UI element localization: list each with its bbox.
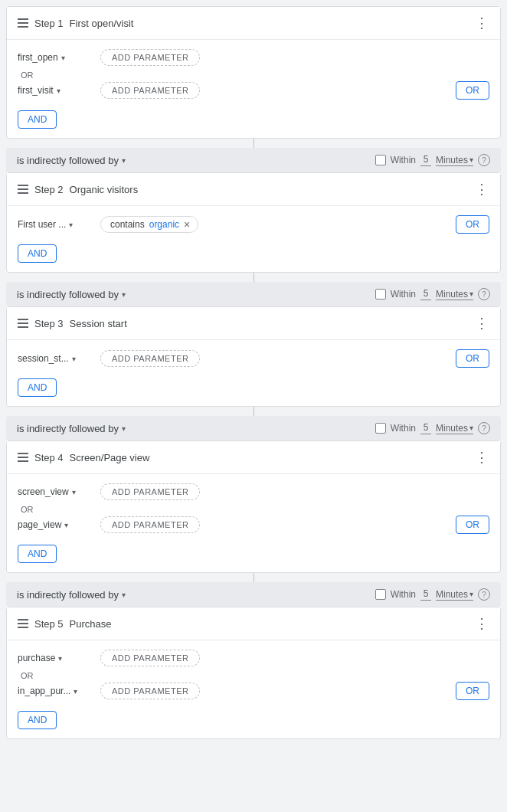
connector-1: is indirectly followed by ▾ Within 5 Min… xyxy=(6,148,501,172)
step-5-or-label: OR xyxy=(18,671,489,680)
drag-handle-icon[interactable] xyxy=(18,18,28,28)
drag-handle-icon-5[interactable] xyxy=(18,619,28,628)
step-2-header: Step 2 Organic visitors ⋮ xyxy=(7,173,500,206)
step-4-event-2-name: page_view xyxy=(18,519,61,530)
drag-handle-icon-2[interactable] xyxy=(18,185,28,194)
step-card-3: Step 3 Session start ⋮ session_st... ▾ A… xyxy=(6,306,501,407)
step-4-add-param-2[interactable]: ADD PARAMETER xyxy=(100,516,200,533)
step-2-number: Step 2 xyxy=(34,184,64,195)
step-card-2: Step 2 Organic visitors ⋮ First user ...… xyxy=(6,172,501,273)
vertical-line-2 xyxy=(254,273,254,282)
step-5-and-button[interactable]: AND xyxy=(18,711,57,729)
step-3-more-icon[interactable]: ⋮ xyxy=(475,315,489,332)
connector-3-select[interactable]: is indirectly followed by ▾ xyxy=(17,423,126,434)
step-4-or-button[interactable]: OR xyxy=(456,516,489,534)
drag-handle-icon-4[interactable] xyxy=(18,453,28,462)
connector-3-arrow: ▾ xyxy=(122,424,126,433)
step-3-event-1-arrow: ▾ xyxy=(72,355,76,363)
step-2-tag-close[interactable]: × xyxy=(184,219,190,230)
connector-1-unit-arrow: ▾ xyxy=(469,156,473,164)
step-4-event-row-1: screen_view ▾ ADD PARAMETER xyxy=(18,483,489,500)
step-5-add-param-2[interactable]: ADD PARAMETER xyxy=(100,683,200,699)
step-1-event-1-select[interactable]: first_open ▾ xyxy=(18,52,94,63)
connector-3-help-icon[interactable]: ? xyxy=(478,422,490,434)
step-2-or-button[interactable]: OR xyxy=(456,215,489,234)
step-2-title: Organic visitors xyxy=(70,184,139,195)
connector-4-within-checkbox[interactable] xyxy=(375,589,386,600)
step-3-event-1-select[interactable]: session_st... ▾ xyxy=(18,353,94,364)
connector-1-unit-text: Minutes xyxy=(436,155,468,165)
connector-2-within-checkbox[interactable] xyxy=(375,289,386,300)
step-4-event-1-select[interactable]: screen_view ▾ xyxy=(18,486,94,497)
step-3-add-param-1[interactable]: ADD PARAMETER xyxy=(100,350,200,367)
drag-handle-icon-3[interactable] xyxy=(18,319,28,328)
connector-3-within-number: 5 xyxy=(420,422,431,434)
connector-1-within-checkbox[interactable] xyxy=(375,155,386,165)
step-4-event-2-arrow: ▾ xyxy=(64,521,68,529)
step-2-and-button[interactable]: AND xyxy=(18,244,57,263)
step-3-title: Session start xyxy=(70,318,127,329)
step-4-or-label: OR xyxy=(18,505,489,514)
step-2-more-icon[interactable]: ⋮ xyxy=(475,181,489,198)
step-1-event-2-select[interactable]: first_visit ▾ xyxy=(18,85,94,96)
step-3-event-row-1: session_st... ▾ ADD PARAMETER OR xyxy=(18,349,489,368)
connector-4-within-number: 5 xyxy=(420,588,431,601)
connector-4-within-unit[interactable]: Minutes ▾ xyxy=(436,589,473,601)
connector-3: is indirectly followed by ▾ Within 5 Min… xyxy=(6,416,501,440)
step-card-4: Step 4 Screen/Page view ⋮ screen_view ▾ … xyxy=(6,440,501,573)
connector-3-within-unit[interactable]: Minutes ▾ xyxy=(436,423,473,434)
step-4-and-button[interactable]: AND xyxy=(18,545,57,563)
step-1-add-param-1[interactable]: ADD PARAMETER xyxy=(100,49,200,66)
step-2-contains-keyword: organic xyxy=(149,219,179,230)
vertical-line-3 xyxy=(254,407,254,416)
step-4-header: Step 4 Screen/Page view ⋮ xyxy=(7,441,500,474)
step-1-event-1-name: first_open xyxy=(18,52,58,63)
step-4-number: Step 4 xyxy=(34,452,64,463)
step-1-and-button[interactable]: AND xyxy=(18,110,57,129)
connector-1-select[interactable]: is indirectly followed by ▾ xyxy=(17,155,126,166)
step-1-event-2-arrow: ▾ xyxy=(57,87,61,95)
connector-1-label: is indirectly followed by xyxy=(17,155,119,166)
connector-2-select[interactable]: is indirectly followed by ▾ xyxy=(17,289,126,300)
connector-3-within: Within 5 Minutes ▾ ? xyxy=(375,422,490,434)
connector-4-help-icon[interactable]: ? xyxy=(478,588,490,601)
step-4-add-param-1[interactable]: ADD PARAMETER xyxy=(100,483,200,500)
connector-4-select[interactable]: is indirectly followed by ▾ xyxy=(17,589,126,601)
step-2-event-1-select[interactable]: First user ... ▾ xyxy=(18,219,94,230)
step-2-body: First user ... ▾ contains organic × OR A… xyxy=(7,206,500,272)
step-5-add-param-1[interactable]: ADD PARAMETER xyxy=(100,650,200,666)
connector-1-within: Within 5 Minutes ▾ ? xyxy=(375,154,490,166)
connector-3-unit-text: Minutes xyxy=(436,423,468,434)
connector-2-help-icon[interactable]: ? xyxy=(478,288,490,300)
step-3-header: Step 3 Session start ⋮ xyxy=(7,307,500,340)
step-3-and-button[interactable]: AND xyxy=(18,378,57,397)
step-1-add-param-2[interactable]: ADD PARAMETER xyxy=(100,82,200,99)
step-4-event-2-select[interactable]: page_view ▾ xyxy=(18,519,94,530)
connector-1-within-unit[interactable]: Minutes ▾ xyxy=(436,155,473,166)
connector-2-within-unit[interactable]: Minutes ▾ xyxy=(436,289,473,300)
step-5-or-button[interactable]: OR xyxy=(456,682,489,700)
step-1-header: Step 1 First open/visit ⋮ xyxy=(7,7,500,40)
step-1-or-label: OR xyxy=(18,70,489,80)
connector-1-within-label: Within xyxy=(391,155,416,165)
connector-2-within-label: Within xyxy=(391,289,416,300)
step-5-event-1-name: purchase xyxy=(18,653,55,663)
step-1-more-icon[interactable]: ⋮ xyxy=(475,15,489,31)
step-5-event-2-name: in_app_pur... xyxy=(18,686,70,696)
step-3-body: session_st... ▾ ADD PARAMETER OR AND xyxy=(7,340,500,406)
connector-1-help-icon[interactable]: ? xyxy=(478,154,490,166)
step-4-more-icon[interactable]: ⋮ xyxy=(475,449,489,466)
connector-3-within-checkbox[interactable] xyxy=(375,423,386,434)
connector-4-label: is indirectly followed by xyxy=(17,589,119,601)
step-4-title: Screen/Page view xyxy=(70,452,150,463)
connector-4-within: Within 5 Minutes ▾ ? xyxy=(375,588,490,601)
step-5-more-icon[interactable]: ⋮ xyxy=(475,615,489,632)
connector-vertical-3 xyxy=(6,407,501,416)
step-1-title: First open/visit xyxy=(70,18,134,29)
step-3-or-button[interactable]: OR xyxy=(456,349,489,368)
step-5-event-1-select[interactable]: purchase ▾ xyxy=(18,653,94,663)
connector-2-arrow: ▾ xyxy=(122,290,126,299)
step-5-event-2-select[interactable]: in_app_pur... ▾ xyxy=(18,686,94,696)
connector-1-within-number: 5 xyxy=(420,154,431,166)
step-1-or-button[interactable]: OR xyxy=(456,81,489,100)
